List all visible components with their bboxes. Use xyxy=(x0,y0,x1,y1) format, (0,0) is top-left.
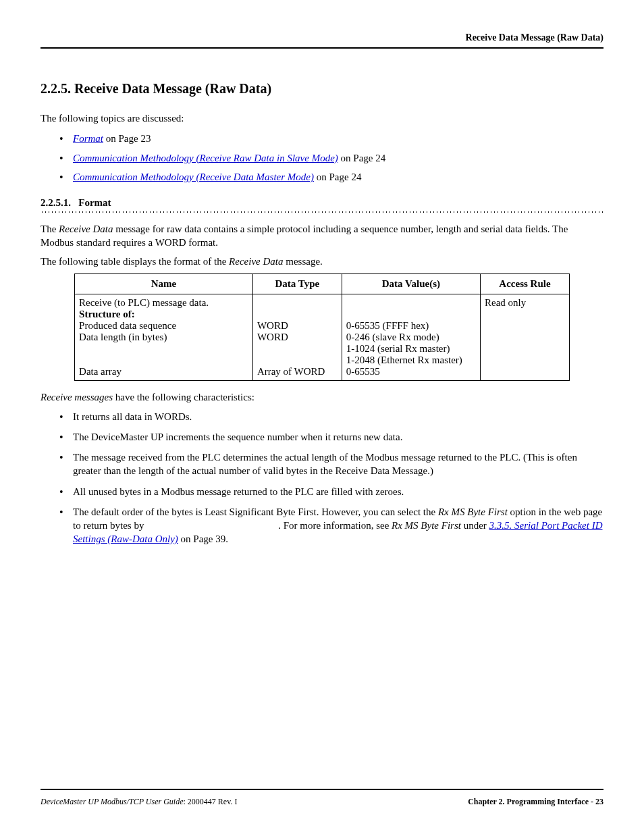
cell-values: 0-65535 (FFFF hex) 0-246 (slave Rx mode)… xyxy=(342,294,480,381)
subsection-number: 2.2.5.1. xyxy=(41,197,71,208)
text: The default order of the bytes is Least … xyxy=(73,506,438,517)
text: The following table displays the format … xyxy=(41,256,229,267)
text: message for raw data contains a simple p… xyxy=(41,224,568,248)
running-header: Receive Data Message (Raw Data) xyxy=(41,32,603,43)
rx-ms-em: Rx MS Byte First xyxy=(392,520,461,531)
subsection-title-text: Format xyxy=(78,197,111,208)
toc-item: Communication Methodology (Receive Data … xyxy=(59,170,603,185)
list-item: The message received from the PLC determ… xyxy=(59,450,603,478)
line: 1-1024 (serial Rx master) xyxy=(346,343,450,354)
section-title-text: Receive Data Message (Raw Data) xyxy=(74,81,271,96)
characteristics-intro: Receive messages have the following char… xyxy=(41,390,603,404)
line: 1-2048 (Ethernet Rx master) xyxy=(346,355,462,365)
footer-guide-title: DeviceMaster UP Modbus/TCP User Guide xyxy=(41,797,184,806)
line: Receive (to PLC) message data. xyxy=(79,297,209,308)
line: WORD xyxy=(257,320,288,331)
footer-row: DeviceMaster UP Modbus/TCP User Guide: 2… xyxy=(41,797,603,807)
footer-rule xyxy=(41,789,603,790)
col-rule: Access Rule xyxy=(481,274,570,294)
receive-messages-em: Receive messages xyxy=(41,392,113,402)
link-comm-slave[interactable]: Communication Methodology (Receive Raw D… xyxy=(73,153,338,163)
intro-text: The following topics are discussed: xyxy=(41,113,603,124)
list-item: It returns all data in WORDs. xyxy=(59,410,603,423)
line: 0-246 (slave Rx mode) xyxy=(346,332,439,342)
format-p1: The Receive Data message for raw data co… xyxy=(41,222,603,250)
table-header-row: Name Data Type Data Value(s) Access Rule xyxy=(75,274,570,294)
line: 0-65535 xyxy=(346,366,380,377)
footer-rev: : 2000447 Rev. I xyxy=(184,797,238,806)
section-title: 2.2.5. Receive Data Message (Raw Data) xyxy=(41,81,603,97)
rx-ms-em: Rx MS Byte First xyxy=(438,506,508,517)
table-row: Receive (to PLC) message data. Structure… xyxy=(75,294,570,381)
section-number: 2.2.5. xyxy=(41,81,71,96)
line: Produced data sequence xyxy=(79,320,176,331)
text: under xyxy=(461,520,489,531)
characteristics-list: It returns all data in WORDs. The Device… xyxy=(59,410,603,546)
toc-tail: on Page 23 xyxy=(103,133,151,144)
line: Data length (in bytes) xyxy=(79,332,167,342)
text: have the following characteristics: xyxy=(113,392,254,402)
receive-data-em: Receive Data xyxy=(59,224,113,234)
list-item: All unused bytes in a Modbus message ret… xyxy=(59,485,603,498)
cell-rule: Read only xyxy=(481,294,570,381)
format-table: Name Data Type Data Value(s) Access Rule… xyxy=(74,273,570,381)
gap xyxy=(146,520,278,531)
col-type: Data Type xyxy=(252,274,342,294)
link-format[interactable]: Format xyxy=(73,133,103,144)
col-values: Data Value(s) xyxy=(342,274,480,294)
line: Data array xyxy=(79,366,122,377)
line: 0-65535 (FFFF hex) xyxy=(346,320,429,331)
text: . For more information, see xyxy=(278,520,392,531)
toc-tail: on Page 24 xyxy=(314,172,361,182)
dotted-rule xyxy=(41,211,603,213)
line: Array of WORD xyxy=(257,366,325,377)
line: Structure of: xyxy=(79,309,135,319)
toc-item: Communication Methodology (Receive Raw D… xyxy=(59,151,603,166)
cell-type: WORD WORD Array of WORD xyxy=(252,294,342,381)
text: on Page 39. xyxy=(178,533,228,544)
footer-left: DeviceMaster UP Modbus/TCP User Guide: 2… xyxy=(41,797,237,807)
footer-right: Chapter 2. Programming Interface - 23 xyxy=(468,797,603,807)
col-name: Name xyxy=(75,274,253,294)
text: message. xyxy=(283,256,322,267)
list-item: The default order of the bytes is Least … xyxy=(59,505,603,546)
subsection-title: 2.2.5.1. Format xyxy=(41,197,603,209)
list-item: The DeviceMaster UP increments the seque… xyxy=(59,430,603,444)
toc-tail: on Page 24 xyxy=(338,153,385,163)
header-rule xyxy=(41,47,603,49)
line: WORD xyxy=(257,332,288,342)
format-p2: The following table displays the format … xyxy=(41,255,603,268)
cell-name: Receive (to PLC) message data. Structure… xyxy=(75,294,253,381)
footer: DeviceMaster UP Modbus/TCP User Guide: 2… xyxy=(41,789,603,807)
receive-data-em: Receive Data xyxy=(229,256,283,267)
link-comm-master[interactable]: Communication Methodology (Receive Data … xyxy=(73,172,314,182)
toc-list: Format on Page 23 Communication Methodol… xyxy=(59,131,603,185)
toc-item: Format on Page 23 xyxy=(59,131,603,147)
text: The xyxy=(41,224,59,234)
